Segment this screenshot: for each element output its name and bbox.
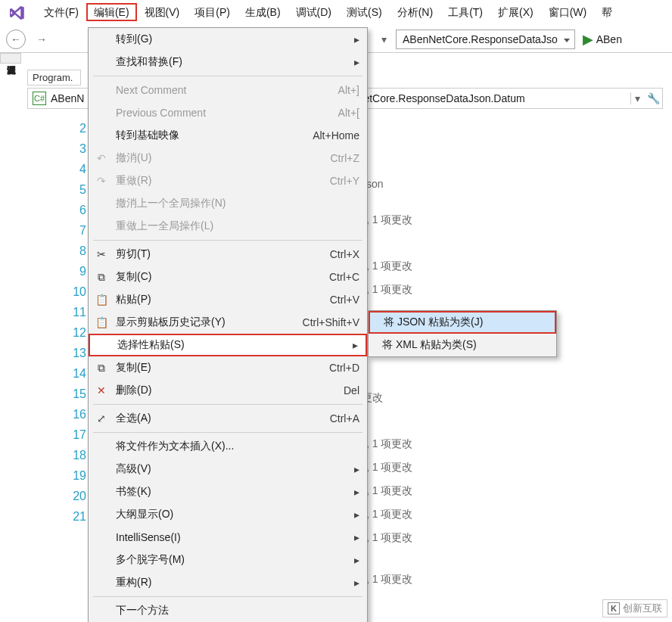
menuitem-label: 粘贴(P) (116, 293, 330, 306)
line-number: 4 (64, 159, 86, 179)
wrench-icon[interactable]: 🔧 (644, 89, 662, 107)
line-number: 2 (64, 118, 86, 138)
menuitem-label: 全选(A) (116, 412, 330, 425)
menuitem-label: 重做(R) (116, 174, 330, 188)
menuitem-shortcut: Del (344, 384, 359, 397)
menu-帮[interactable]: 帮 (594, 3, 620, 21)
menuitem-label: 删除(D) (116, 384, 344, 397)
menuitem-转到基础映像[interactable]: 转到基础映像Alt+Home (89, 124, 367, 147)
menuitem-shortcut: Ctrl+Y (330, 175, 359, 187)
change-tag: , 1 项更改 (366, 283, 412, 295)
粘贴-icon: 📋 (93, 294, 110, 306)
menuitem-label: 大纲显示(O) (116, 508, 350, 521)
menu-分析[interactable]: 分析(N) (390, 3, 440, 21)
menuitem-下一个方法[interactable]: 下一个方法 (89, 599, 367, 622)
menuitem-label: 剪切(T) (116, 247, 330, 261)
menuitem-粘贴[interactable]: 📋粘贴(P)Ctrl+V (89, 288, 367, 311)
menuitem-shortcut: Alt+Home (313, 129, 359, 142)
submenu-arrow-icon (350, 33, 359, 45)
tab-program[interactable]: Program. (27, 70, 81, 86)
submenu-label: 将 XML 粘贴为类(S) (382, 338, 549, 352)
breadcrumb-left[interactable]: ABenN (51, 92, 84, 104)
menuitem-大纲显示[interactable]: 大纲显示(O) (89, 503, 367, 526)
line-number: 8 (64, 241, 86, 261)
menuitem-转到[interactable]: 转到(G) (89, 28, 367, 51)
submenu-arrow-icon (350, 463, 359, 475)
menuitem-label: Next Comment (116, 84, 338, 96)
submenu-arrow-icon (348, 339, 358, 351)
menu-工具[interactable]: 工具(T) (440, 3, 490, 21)
重做-icon: ↷ (93, 175, 110, 187)
submenu-item-将-JSON-粘贴为类(J)[interactable]: 将 JSON 粘贴为类(J) (369, 311, 556, 334)
line-number: 15 (64, 384, 86, 404)
menuitem-previous-comment: Previous CommentAlt+[ (89, 101, 367, 124)
menuitem-label: 转到(G) (116, 33, 350, 46)
menuitem-全选[interactable]: ⤢全选(A)Ctrl+A (89, 407, 367, 430)
menuitem-多个脱字号[interactable]: 多个脱字号(M) (89, 549, 367, 571)
menuitem-shortcut: Ctrl+Shift+V (303, 316, 359, 328)
line-number: 10 (64, 281, 86, 302)
menuitem-shortcut: Alt+] (338, 84, 359, 96)
menuitem-label: 选择性粘贴(S) (117, 338, 348, 352)
menuitem-label: 查找和替换(F) (116, 55, 350, 69)
menu-调试[interactable]: 调试(D) (288, 3, 339, 21)
menuitem-shortcut: Ctrl+Z (331, 152, 360, 164)
menuitem-label: 撤消(U) (116, 151, 331, 165)
menuitem-label: 转到基础映像 (116, 129, 313, 142)
menuitem-选择性粘贴[interactable]: 选择性粘贴(S) (89, 334, 367, 356)
tabstrip: Program. (27, 70, 82, 86)
line-number: 13 (64, 343, 86, 363)
menuitem-shortcut: Ctrl+X (330, 248, 359, 260)
menuitem-撤消上一个全局操作: 撤消上一个全局操作(N) (89, 192, 367, 215)
复制-icon: ⧉ (93, 271, 110, 284)
menuitem-书签[interactable]: 书签(K) (89, 480, 367, 503)
menuitem-label: 重构(R) (116, 576, 350, 589)
vs-logo-icon (6, 2, 27, 23)
nav-back-button[interactable]: ← (6, 30, 26, 49)
run-icon[interactable]: ▶ (583, 31, 593, 48)
menuitem-label: 将文件作为文本插入(X)... (116, 440, 359, 453)
submenu-item-将-XML-粘贴为类(S)[interactable]: 将 XML 粘贴为类(S) (369, 334, 556, 356)
menu-测试[interactable]: 测试(S) (339, 3, 390, 21)
menu-生成[interactable]: 生成(B) (238, 3, 288, 21)
change-tag: , 1 项更改 (366, 531, 412, 543)
menuitem-查找和替换[interactable]: 查找和替换(F) (89, 51, 367, 73)
menubar: 文件(F)编辑(E)视图(V)项目(P)生成(B)调试(D)测试(S)分析(N)… (0, 0, 672, 26)
watermark: K创新互联 (602, 599, 667, 617)
删除-icon: ✕ (93, 384, 110, 397)
menu-视图[interactable]: 视图(V) (137, 3, 188, 21)
menu-文件[interactable]: 文件(F) (36, 3, 86, 21)
config-combo[interactable]: ABenNetCore.ResponseDataJso (396, 30, 575, 49)
menuitem-剪切[interactable]: ✂剪切(T)Ctrl+X (89, 243, 367, 266)
nav-forward-button[interactable]: → (32, 30, 51, 49)
menuitem-将文件作为文本插入[interactable]: 将文件作为文本插入(X)... (89, 435, 367, 458)
menuitem-label: Previous Comment (116, 107, 338, 119)
line-gutter: 23456789101112131415161718192021 (64, 118, 86, 527)
menuitem-删除[interactable]: ✕删除(D)Del (89, 379, 367, 402)
line-number: 5 (64, 179, 86, 200)
menuitem-label: 多个脱字号(M) (116, 553, 350, 567)
menuitem-intellisense[interactable]: IntelliSense(I) (89, 526, 367, 549)
line-number: 16 (64, 404, 86, 425)
submenu-arrow-icon (350, 577, 359, 589)
menu-编辑[interactable]: 编辑(E) (86, 3, 137, 21)
menu-扩展[interactable]: 扩展(X) (490, 3, 541, 21)
paste-special-submenu: 将 JSON 粘贴为类(J)将 XML 粘贴为类(S) (368, 310, 557, 357)
line-number: 11 (64, 302, 86, 322)
menuitem-复制[interactable]: ⧉复制(C)Ctrl+C (89, 266, 367, 288)
menuitem-shortcut: Ctrl+A (330, 412, 359, 425)
breadcrumb-member[interactable]: BenNetCore.ResponseDataJson.Datum (334, 92, 630, 104)
menuitem-显示剪贴板历史记录[interactable]: 📋显示剪贴板历史记录(Y)Ctrl+Shift+V (89, 311, 367, 334)
left-tool-rail: 测试资源管理器 工具箱 服务器资源管理器 (0, 53, 21, 64)
change-tag: , 1 项更改 (366, 461, 412, 473)
change-tag: , 1 项更改 (366, 484, 412, 496)
breadcrumb-dropdown-icon[interactable]: ▾ (630, 92, 644, 104)
menuitem-复制[interactable]: ⧉复制(E)Ctrl+D (89, 356, 367, 379)
menu-窗口[interactable]: 窗口(W) (541, 3, 595, 21)
复制-icon: ⧉ (93, 362, 110, 375)
submenu-arrow-icon (350, 508, 359, 521)
menuitem-重构[interactable]: 重构(R) (89, 571, 367, 594)
menu-项目[interactable]: 项目(P) (187, 3, 238, 21)
menuitem-高级[interactable]: 高级(V) (89, 458, 367, 480)
显示剪贴板历史记录-icon: 📋 (93, 316, 110, 328)
